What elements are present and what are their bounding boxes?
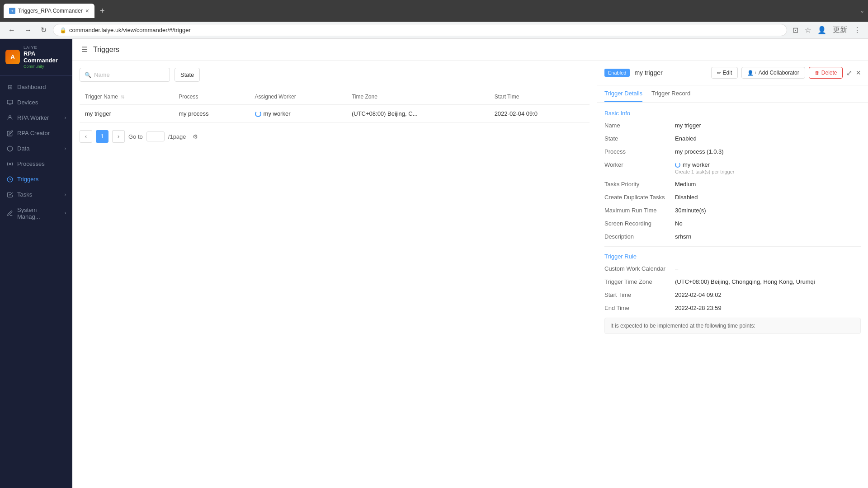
col-process: Process: [173, 89, 249, 105]
page-1-button[interactable]: 1: [96, 130, 108, 143]
forward-button[interactable]: →: [22, 24, 34, 36]
goto-input[interactable]: [146, 131, 165, 141]
field-value: Medium: [675, 181, 861, 188]
field-worker: Worker my worker Create 1 task(s) per tr…: [604, 161, 861, 174]
svg-point-2: [9, 163, 11, 165]
col-time-zone: Time Zone: [346, 89, 489, 105]
sidebar-item-rpa-creator[interactable]: RPA Creator: [0, 126, 72, 141]
search-input-wrapper[interactable]: 🔍 Name: [80, 68, 170, 82]
field-value: No: [675, 220, 861, 227]
sidebar-item-label: Data: [17, 145, 61, 152]
field-label: Description: [604, 233, 668, 240]
cast-button[interactable]: ⊡: [791, 23, 800, 37]
worker-status-dot: [675, 162, 680, 168]
sidebar: A LAIYE RPA Commander Community ⊞ Dashbo…: [0, 39, 72, 488]
detail-header: Enabled my trigger ✏ Edit 👤+ Add Collabo…: [597, 61, 868, 85]
url-text: commander.laiye.uk/view/commander/#/trig…: [69, 27, 191, 33]
data-icon: [6, 145, 14, 152]
field-value: my trigger: [675, 122, 861, 129]
field-value: (UTC+08:00) Beijing, Chongqing, Hong Kon…: [675, 278, 861, 285]
table-body: my trigger my process my worker (UTC+08:…: [80, 105, 590, 123]
logo-community: Community: [24, 64, 67, 69]
field-label: Trigger Time Zone: [604, 278, 668, 285]
sidebar-nav: ⊞ Dashboard Devices RPA Worker ›: [0, 76, 72, 488]
field-value: my process (1.0.3): [675, 148, 861, 155]
sidebar-item-rpa-worker[interactable]: RPA Worker ›: [0, 110, 72, 126]
tab-close-button[interactable]: ×: [85, 7, 89, 14]
close-button[interactable]: ×: [856, 68, 861, 78]
cell-trigger-name: my trigger: [80, 105, 173, 123]
update-button[interactable]: 更新: [831, 23, 849, 37]
table-settings-icon[interactable]: ⚙: [190, 131, 201, 142]
state-filter-label: State: [180, 71, 194, 78]
field-end-time: End Time 2022-02-28 23:59: [604, 305, 861, 311]
hamburger-icon[interactable]: ☰: [81, 45, 88, 54]
field-screen-recording: Screen Recording No: [604, 220, 861, 227]
bookmark-button[interactable]: ☆: [803, 23, 813, 37]
add-collaborator-button[interactable]: 👤+ Add Collaborator: [741, 67, 805, 79]
field-label: Create Duplicate Tasks: [604, 194, 668, 201]
field-label: Process: [604, 148, 668, 155]
url-bar[interactable]: 🔒 commander.laiye.uk/view/commander/#/tr…: [53, 24, 787, 36]
new-tab-button[interactable]: +: [98, 6, 107, 16]
field-value: Enabled: [675, 135, 861, 142]
back-button[interactable]: ←: [5, 24, 18, 36]
field-state: State Enabled: [604, 135, 861, 142]
processes-icon: [6, 160, 14, 168]
tab-trigger-record[interactable]: Trigger Record: [651, 85, 690, 102]
field-process: Process my process (1.0.3): [604, 148, 861, 155]
tab-favicon: T: [9, 8, 15, 14]
field-label: Start Time: [604, 291, 668, 298]
sidebar-item-dashboard[interactable]: ⊞ Dashboard: [0, 80, 72, 95]
table-row[interactable]: my trigger my process my worker (UTC+08:…: [80, 105, 590, 123]
field-label: Maximum Run Time: [604, 207, 668, 214]
svg-rect-0: [7, 100, 13, 104]
prev-page-button[interactable]: ‹: [80, 130, 92, 143]
system-manage-icon: [6, 210, 14, 217]
cell-start-time: 2022-02-04 09:0: [489, 105, 590, 123]
page-title: Triggers: [93, 46, 119, 54]
sidebar-item-label: System Manag...: [17, 206, 61, 220]
edit-button[interactable]: ✏ Edit: [711, 67, 738, 79]
sidebar-item-tasks[interactable]: Tasks ›: [0, 187, 72, 202]
field-description: Description srhsrn: [604, 233, 861, 240]
menu-button[interactable]: ⋮: [852, 23, 863, 37]
sidebar-item-system-manage[interactable]: System Manag... ›: [0, 202, 72, 224]
schedule-note: It is expected to be implemented at the …: [604, 318, 861, 334]
sidebar-item-triggers[interactable]: Triggers: [0, 172, 72, 187]
expand-button[interactable]: ⤢: [846, 69, 852, 77]
worker-name: my worker: [675, 161, 710, 168]
profile-button[interactable]: 👤: [816, 23, 828, 37]
table-header: Trigger Name ⇅ Process Assigned Worker T…: [80, 89, 590, 105]
main-header: ☰ Triggers: [72, 39, 868, 61]
browser-actions: ⊡ ☆ 👤 更新 ⋮: [791, 23, 863, 37]
sidebar-item-label: Dashboard: [17, 84, 66, 90]
col-trigger-name[interactable]: Trigger Name ⇅: [80, 89, 173, 105]
sidebar-item-devices[interactable]: Devices: [0, 95, 72, 110]
sidebar-item-processes[interactable]: Processes: [0, 156, 72, 172]
detail-tabs: Trigger Details Trigger Record: [597, 85, 868, 103]
tab-trigger-details[interactable]: Trigger Details: [604, 85, 642, 102]
next-page-button[interactable]: ›: [112, 130, 125, 143]
reload-button[interactable]: ↻: [38, 24, 49, 36]
chevron-right-icon: ›: [65, 115, 66, 120]
worker-cell: my worker: [255, 110, 341, 117]
trash-icon: 🗑: [815, 70, 820, 75]
field-label: Name: [604, 122, 668, 129]
main-body: 🔍 Name State Trigger Name ⇅: [72, 61, 868, 488]
search-icon: 🔍: [85, 72, 91, 78]
field-value: 30minute(s): [675, 207, 861, 214]
sidebar-item-label: Triggers: [17, 176, 66, 183]
field-label: Screen Recording: [604, 220, 668, 227]
delete-button[interactable]: 🗑 Delete: [809, 67, 843, 79]
field-value: 2022-02-04 09:02: [675, 291, 861, 298]
sidebar-item-data[interactable]: Data ›: [0, 141, 72, 156]
col-assigned-worker: Assigned Worker: [250, 89, 346, 105]
browser-tab[interactable]: T Triggers_RPA Commander ×: [4, 4, 94, 18]
logo-text: LAIYE RPA Commander Community: [24, 45, 67, 69]
field-duplicate-tasks: Create Duplicate Tasks Disabled: [604, 194, 861, 201]
main-content: ☰ Triggers 🔍 Name State: [72, 39, 868, 488]
field-custom-work-calendar: Custom Work Calendar –: [604, 265, 861, 272]
search-placeholder: Name: [94, 71, 110, 78]
state-filter[interactable]: State: [175, 68, 200, 82]
